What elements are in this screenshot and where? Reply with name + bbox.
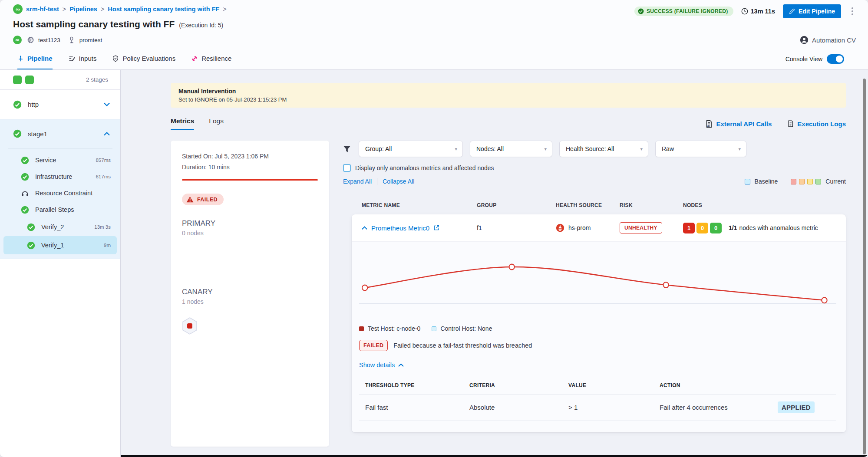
user-name[interactable]: Automation CV xyxy=(812,36,856,44)
nodes-filter-select[interactable]: Nodes: All▾ xyxy=(470,141,552,157)
primary-nodes-count: 0 nodes xyxy=(182,230,318,237)
col-action: ACTION xyxy=(660,382,836,388)
warning-triangle-icon xyxy=(186,196,194,203)
current-green-swatch xyxy=(815,179,821,184)
primary-label: PRIMARY xyxy=(182,219,318,228)
metrics-analysis-area: Group: All▾ Nodes: All▾ Health Source: A… xyxy=(343,141,846,432)
user-avatar-icon xyxy=(800,36,809,44)
filter-funnel-icon[interactable] xyxy=(343,145,351,153)
baseline-legend-swatch xyxy=(745,179,750,184)
step-item-verify-2[interactable]: Verify_2 13m 3s xyxy=(3,218,117,236)
chevron-up-icon xyxy=(398,363,404,367)
inputs-icon xyxy=(68,55,76,62)
chevron-down-icon: ▾ xyxy=(738,146,741,152)
check-circle-icon xyxy=(638,8,644,14)
tab-inputs[interactable]: Inputs xyxy=(68,48,97,69)
test-host-swatch xyxy=(359,326,364,331)
expand-all-link[interactable]: Expand All xyxy=(343,178,372,185)
chevron-down-icon: ▾ xyxy=(640,146,643,152)
expand-collapse-row: Expand All Collapse All Baseline xyxy=(343,178,846,185)
external-link-icon[interactable] xyxy=(433,225,439,231)
step-duration: 13m 3s xyxy=(94,224,111,230)
col-nodes: NODES xyxy=(683,202,846,208)
step-item-infrastructure[interactable]: Infrastructure 617ms xyxy=(3,168,117,185)
tab-resilience[interactable]: Resilience xyxy=(191,48,231,69)
chevron-up-icon[interactable] xyxy=(104,132,110,136)
metric-line-chart[interactable] xyxy=(359,250,836,319)
health-source-filter-select[interactable]: Health Source: All▾ xyxy=(559,141,648,157)
edit-pipeline-button[interactable]: Edit Pipeline xyxy=(783,4,841,18)
host-legend: Test Host: c-node-0 Control Host: None xyxy=(359,325,836,332)
external-api-calls-link[interactable]: API External API Calls xyxy=(705,120,772,128)
tab-metrics[interactable]: Metrics xyxy=(171,117,194,130)
execution-logs-link[interactable]: Execution Logs xyxy=(787,120,846,128)
breadcrumb-project[interactable]: srm-hf-test xyxy=(26,6,59,13)
group-filter-select[interactable]: Group: All▾ xyxy=(359,141,463,157)
collapse-chevron-up-icon[interactable] xyxy=(362,226,367,230)
stage-item-http[interactable]: http xyxy=(0,90,120,119)
metric-row-header[interactable]: Prometheus Metric0 f1 hs-prom UNHEALTHY xyxy=(352,214,846,241)
filter-row: Group: All▾ Nodes: All▾ Health Source: A… xyxy=(343,141,846,157)
stage1-section: stage1 Service 857ms Infrastructure 617m… xyxy=(0,119,120,259)
breadcrumb-pipelines[interactable]: Pipelines xyxy=(69,6,97,13)
api-document-icon: API xyxy=(705,120,713,128)
breadcrumb-separator: > xyxy=(223,6,226,13)
control-host-swatch xyxy=(432,326,436,331)
current-yellow-swatch xyxy=(807,179,813,184)
breadcrumb: ∞ srm-hf-test > Pipelines > Host samplin… xyxy=(13,4,227,14)
console-view-toggle[interactable] xyxy=(827,54,844,64)
toggle-knob xyxy=(836,56,843,62)
body: 2 stages http stage1 Service xyxy=(0,70,868,457)
pipeline-execution-page: ∞ srm-hf-test > Pipelines > Host samplin… xyxy=(0,0,868,457)
success-check-icon xyxy=(13,100,22,109)
chart-color-legend: Baseline Current xyxy=(745,178,846,185)
step-item-verify-1[interactable]: Verify_1 9m xyxy=(3,236,117,254)
service-name[interactable]: test1123 xyxy=(38,37,60,43)
data-mode-select[interactable]: Raw▾ xyxy=(655,141,746,157)
anomalous-only-checkbox[interactable] xyxy=(343,164,351,172)
step-item-resource-constraint[interactable]: Resource Constraint xyxy=(3,185,117,201)
col-health-source: HEALTH SOURCE xyxy=(556,202,620,208)
tab-logs[interactable]: Logs xyxy=(209,117,224,130)
anomalous-checkbox-label: Display only anomalous metrics and affec… xyxy=(355,164,494,171)
anomalous-nodes-text: nodes with anomalous metric xyxy=(739,224,818,231)
more-options-icon[interactable] xyxy=(849,6,856,17)
console-view-control: Console View xyxy=(785,48,844,69)
vertical-scrollbar[interactable] xyxy=(863,79,866,454)
step-duration: 857ms xyxy=(96,158,111,163)
progress-bar-failed xyxy=(182,179,318,181)
tab-pipeline[interactable]: Pipeline xyxy=(17,48,53,69)
verification-status-badge: FAILED xyxy=(182,194,224,205)
delegate-icon xyxy=(68,36,75,44)
node-count-green-badge: 0 xyxy=(710,223,722,233)
env-name[interactable]: promtest xyxy=(79,37,102,43)
control-host-label: Control Host: None xyxy=(440,325,492,332)
canary-nodes-count: 1 nodes xyxy=(182,298,318,305)
verification-duration: Duration: 10 mins xyxy=(182,162,318,173)
execution-id: (Execution Id: 5) xyxy=(179,22,223,29)
collapse-all-link[interactable]: Collapse All xyxy=(383,178,414,185)
metric-name-link[interactable]: Prometheus Metric0 xyxy=(371,224,429,232)
col-risk: RISK xyxy=(620,202,683,208)
canary-node-hexagon[interactable] xyxy=(182,317,198,335)
step-list: Service 857ms Infrastructure 617ms Resou… xyxy=(0,148,120,259)
chevron-down-icon[interactable] xyxy=(104,102,110,106)
chevron-down-icon: ▾ xyxy=(455,146,457,152)
col-value: VALUE xyxy=(568,382,660,388)
metric-row-card: Prometheus Metric0 f1 hs-prom UNHEALTHY xyxy=(352,214,846,432)
document-icon xyxy=(787,120,794,128)
show-details-link[interactable]: Show details xyxy=(359,362,836,368)
banner-subtitle: Set to IGNORE on 05-Jul-2023 1:15:23 PM xyxy=(178,96,838,103)
step-item-service[interactable]: Service 857ms xyxy=(3,152,117,168)
page-title: Host sampling canary testing with FF xyxy=(13,19,175,30)
applied-badge: APPLIED xyxy=(778,401,815,413)
chevron-down-icon: ▾ xyxy=(544,146,547,152)
tab-policy-evaluations[interactable]: Policy Evaluations xyxy=(112,48,175,69)
success-check-icon xyxy=(27,223,35,231)
step-item-parallel-steps[interactable]: Parallel Steps xyxy=(3,201,117,218)
breadcrumb-pipeline-name[interactable]: Host sampling canary testing with FF xyxy=(108,6,219,13)
divider xyxy=(377,178,377,185)
stage-item-stage1[interactable]: stage1 xyxy=(0,119,120,148)
success-check-icon xyxy=(21,156,29,164)
stage-count: 2 stages xyxy=(86,76,108,83)
